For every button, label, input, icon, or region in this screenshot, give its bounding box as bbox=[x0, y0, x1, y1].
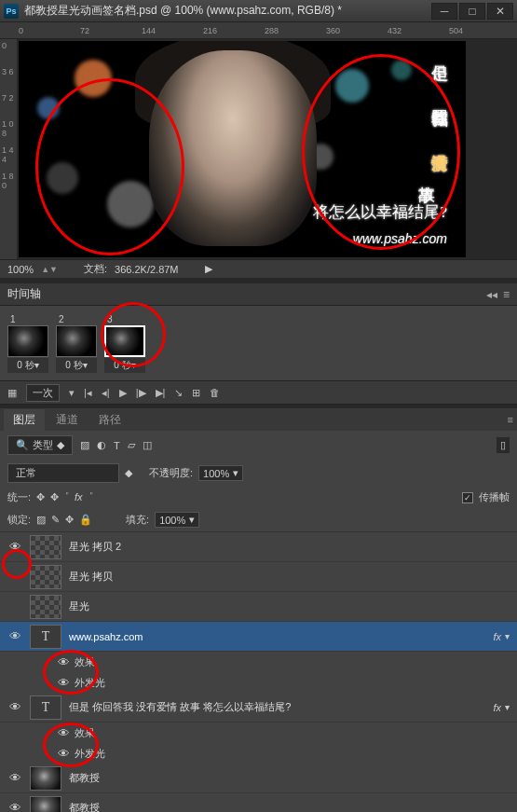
minimize-button[interactable]: ─ bbox=[431, 3, 457, 20]
titlebar: Ps 都教授星光动画签名档.psd @ 100% (www.psahz.com,… bbox=[0, 0, 517, 22]
tab-paths[interactable]: 路径 bbox=[89, 409, 130, 431]
layer-effect[interactable]: 👁外发光 bbox=[0, 672, 517, 693]
unify-style-icon[interactable]: fx゜ bbox=[75, 490, 93, 504]
frame-2[interactable]: 2 0 秒▾ bbox=[56, 313, 97, 373]
next-frame-button[interactable]: |▶ bbox=[136, 387, 146, 399]
new-frame-button[interactable]: ⊞ bbox=[192, 387, 200, 399]
filter-toggle[interactable]: ▯ bbox=[497, 437, 510, 453]
layer-item[interactable]: 👁 都教授 bbox=[0, 764, 517, 793]
filter-adjust-icon[interactable]: ◐ bbox=[97, 439, 106, 451]
window-title: 都教授星光动画签名档.psd @ 100% (www.psahz.com, RG… bbox=[24, 3, 431, 19]
fill-input[interactable]: 100%▾ bbox=[155, 512, 199, 528]
tween-button[interactable]: ↘ bbox=[174, 387, 183, 399]
ruler-horizontal: 0 72 144 216 288 360 432 504 bbox=[0, 22, 517, 39]
delete-frame-button[interactable]: 🗑 bbox=[210, 387, 220, 398]
lock-position-icon[interactable]: ✥ bbox=[65, 514, 74, 526]
visibility-icon[interactable]: 👁 bbox=[0, 629, 30, 643]
timeline-controls: ▦ 一次▾ |◂ ◂| ▶ |▶ ▶| ↘ ⊞ 🗑 bbox=[0, 380, 517, 405]
frame-1[interactable]: 1 0 秒▾ bbox=[7, 313, 48, 373]
visibility-icon[interactable]: 👁 bbox=[0, 801, 30, 812]
statusbar: 100% ▲▼ 文档: 366.2K/2.87M ▶ bbox=[0, 259, 517, 278]
loop-select[interactable]: 一次 bbox=[26, 384, 60, 402]
layer-item[interactable]: 星光 拷贝 bbox=[0, 562, 517, 592]
unify-visibility-icon[interactable]: ✥゜ bbox=[50, 490, 69, 504]
layer-effect[interactable]: 👁效果 bbox=[0, 652, 517, 672]
canvas-url: www.psahz.com bbox=[353, 231, 447, 246]
tab-layers[interactable]: 图层 bbox=[4, 409, 45, 431]
convert-icon[interactable]: ▦ bbox=[7, 387, 17, 399]
layer-item[interactable]: 👁 都教授 bbox=[0, 793, 517, 812]
play-button[interactable]: ▶ bbox=[119, 387, 127, 399]
timeline-title: 时间轴 bbox=[7, 286, 41, 302]
layer-item[interactable]: 👁 星光 拷贝 2 bbox=[0, 532, 517, 562]
panel-menu-icon[interactable]: ≡ bbox=[503, 288, 510, 301]
canvas[interactable]: 但是 你回答我 没有爱情 故事 将怎么以幸福结尾? www.psahz.com bbox=[19, 41, 466, 257]
opacity-input[interactable]: 100%▾ bbox=[198, 465, 243, 481]
first-frame-button[interactable]: |◂ bbox=[84, 387, 92, 399]
panel-menu-icon[interactable]: ≡ bbox=[508, 414, 513, 425]
timeline-frames: 1 0 秒▾ 2 0 秒▾ 3 0 秒▾ bbox=[0, 306, 517, 380]
frame-3[interactable]: 3 0 秒▾ bbox=[104, 313, 145, 373]
ruler-vertical: 03 67 2 1 0 81 4 41 8 0 bbox=[0, 39, 17, 259]
layer-item[interactable]: 👁 T 但是 你回答我 没有爱情 故事 将怎么以幸福结尾? fx▾ bbox=[0, 693, 517, 723]
filter-pixel-icon[interactable]: ▨ bbox=[80, 439, 89, 451]
filter-shape-icon[interactable]: ▱ bbox=[128, 439, 135, 451]
canvas-area: 03 67 2 1 0 81 4 41 8 0 但是 你回答我 没有爱情 故事 … bbox=[0, 39, 517, 259]
zoom-level[interactable]: 100% bbox=[7, 264, 34, 275]
timeline-header: 时间轴 ◂◂ ≡ bbox=[0, 283, 517, 306]
fx-badge[interactable]: fx bbox=[493, 702, 501, 713]
propagate-checkbox[interactable]: ✓ bbox=[462, 492, 473, 503]
unify-position-icon[interactable]: ✥ bbox=[36, 491, 45, 503]
lock-all-icon[interactable]: 🔒 bbox=[79, 514, 92, 526]
close-button[interactable]: ✕ bbox=[487, 3, 513, 20]
filter-kind[interactable]: 🔍类型◆ bbox=[7, 435, 73, 455]
app-icon: Ps bbox=[4, 4, 19, 19]
lock-pixels-icon[interactable]: ✎ bbox=[51, 514, 60, 526]
layer-effect[interactable]: 👁效果 bbox=[0, 723, 517, 743]
visibility-icon[interactable]: 👁 bbox=[0, 540, 30, 554]
image-face bbox=[149, 50, 317, 246]
canvas-text-5: 将怎么以幸福结尾? bbox=[313, 201, 447, 223]
layer-item[interactable]: 星光 bbox=[0, 592, 517, 622]
prev-frame-button[interactable]: ◂| bbox=[102, 387, 110, 399]
tab-channels[interactable]: 通道 bbox=[47, 409, 88, 431]
layers-tabs: 图层 通道 路径 ≡ bbox=[0, 408, 517, 431]
visibility-icon[interactable]: 👁 bbox=[0, 700, 30, 714]
layers-list: 👁 星光 拷贝 2 星光 拷贝 星光 👁 T www.psahz.com fx▾… bbox=[0, 532, 517, 812]
filter-smart-icon[interactable]: ◫ bbox=[143, 439, 152, 451]
layer-item[interactable]: 👁 T www.psahz.com fx▾ bbox=[0, 622, 517, 652]
doc-size: 366.2K/2.87M bbox=[115, 264, 179, 275]
collapse-icon[interactable]: ◂◂ bbox=[486, 288, 497, 301]
fx-badge[interactable]: fx bbox=[493, 631, 501, 642]
layers-filter-bar: 🔍类型◆ ▨ ◐ T ▱ ◫ ▯ bbox=[0, 431, 517, 460]
lock-trans-icon[interactable]: ▨ bbox=[36, 514, 46, 526]
visibility-icon[interactable]: 👁 bbox=[0, 771, 30, 785]
filter-type-icon[interactable]: T bbox=[114, 440, 120, 451]
layer-effect[interactable]: 👁外发光 bbox=[0, 743, 517, 764]
maximize-button[interactable]: □ bbox=[459, 3, 485, 20]
blend-mode[interactable]: 正常 bbox=[7, 463, 119, 483]
last-frame-button[interactable]: ▶| bbox=[156, 387, 166, 399]
